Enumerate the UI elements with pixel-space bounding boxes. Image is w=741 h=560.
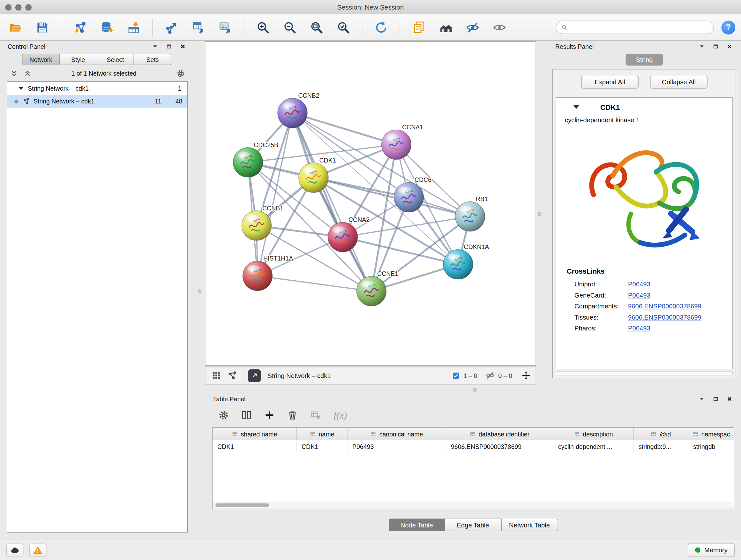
tab-style[interactable]: Style <box>60 54 97 65</box>
string-app-button[interactable] <box>226 369 239 382</box>
disclosure-triangle-icon[interactable] <box>19 87 23 90</box>
left-splitter-handle[interactable] <box>198 289 202 293</box>
column-header-canonical-name[interactable]: canonical name <box>347 428 446 440</box>
table-cell[interactable]: stringdb <box>688 440 734 453</box>
tab-select[interactable]: Select <box>97 54 134 65</box>
import-network-from-file-button[interactable] <box>71 18 90 37</box>
collapse-all-rows-button[interactable] <box>22 68 32 78</box>
hide-glass-effect-button[interactable] <box>463 18 482 37</box>
warnings-button[interactable] <box>29 543 47 557</box>
edge-CDK1-RB1[interactable] <box>314 178 470 217</box>
create-column-button[interactable] <box>263 409 276 422</box>
network-canvas[interactable]: CCNB2CCNA1CDC25BCDK1CDC6RB1CCNB1CCNA2CDK… <box>205 42 536 366</box>
tab-string[interactable]: String <box>626 54 663 66</box>
control-panel-float-button[interactable] <box>165 43 173 51</box>
apply-preferred-layout-button[interactable] <box>372 18 391 37</box>
results-panel-float-button[interactable] <box>712 43 720 51</box>
expand-all-rows-button[interactable] <box>9 68 19 78</box>
zoom-selected-button[interactable] <box>334 18 353 37</box>
delete-column-button[interactable] <box>286 409 299 422</box>
table-panel-collapse-button[interactable] <box>698 395 705 403</box>
table-horizontal-scrollbar[interactable] <box>213 502 734 508</box>
network-node-CCNA1[interactable]: CCNA1 <box>382 124 423 160</box>
column-header-shared-name[interactable]: shared name <box>212 428 297 440</box>
selected-checkbox-icon[interactable] <box>452 371 460 380</box>
column-header--id[interactable]: @id <box>634 428 688 440</box>
expand-all-button[interactable]: Expand All <box>581 76 638 89</box>
function-builder-button[interactable]: f(x) <box>334 410 347 421</box>
show-columns-button[interactable] <box>240 409 253 422</box>
save-session-button[interactable] <box>32 18 52 37</box>
export-network-button[interactable] <box>162 18 181 37</box>
edge-CCNB2-HIST1H1A[interactable] <box>258 113 293 276</box>
crosslink-pharos-link[interactable]: P06493 <box>628 325 650 332</box>
column-header-namespac[interactable]: namespac <box>688 428 734 440</box>
network-view[interactable]: CCNB2CCNA1CDC25BCDK1CDC6RB1CCNB1CCNA2CDK… <box>205 41 536 366</box>
network-node-CDC6[interactable]: CDC6 <box>394 176 432 212</box>
duplicate-page-button[interactable] <box>409 18 428 37</box>
network-node-HIST1H1A[interactable]: HIST1H1A <box>243 255 293 291</box>
disclosure-triangle-icon[interactable] <box>574 105 579 109</box>
table-panel-float-button[interactable] <box>712 395 720 403</box>
gene-header-row[interactable]: CDK1 <box>556 98 732 112</box>
network-collection-row[interactable]: String Network – cdk1 1 <box>7 82 187 95</box>
tab-network[interactable]: Network <box>22 54 60 65</box>
table-settings-button[interactable] <box>217 409 230 422</box>
results-panel-close-button[interactable] <box>726 43 733 51</box>
bottom-splitter-handle[interactable] <box>473 388 477 392</box>
table-cell[interactable]: CDK1 <box>212 440 297 453</box>
control-panel-close-button[interactable] <box>179 43 187 51</box>
edge-CCNB2-CCNE1[interactable] <box>293 113 372 291</box>
column-header-description[interactable]: description <box>553 428 634 440</box>
crosslink-tissues-link[interactable]: 9606.ENSP00000378699 <box>628 314 701 321</box>
column-header-name[interactable]: name <box>297 428 347 440</box>
table-cell[interactable]: CDK1 <box>297 440 347 453</box>
search-field[interactable] <box>556 21 714 34</box>
results-scrollbar[interactable] <box>556 371 733 376</box>
network-options-button[interactable] <box>175 68 186 78</box>
table-row[interactable]: CDK1CDK1P064939606.ENSP00000378699cyclin… <box>212 440 734 453</box>
network-node-CCNB1[interactable]: CCNB1 <box>242 205 284 241</box>
collapse-all-button[interactable]: Collapse All <box>650 76 708 89</box>
table-panel-close-button[interactable] <box>726 395 733 403</box>
crosslink-genecard-link[interactable]: P06493 <box>628 292 650 299</box>
open-session-button[interactable] <box>6 18 25 37</box>
crosslink-compartments-link[interactable]: 9606.ENSP00000378699 <box>628 303 701 310</box>
delete-table-button[interactable] <box>309 409 322 422</box>
hidden-eye-slash-icon[interactable] <box>485 371 495 380</box>
table-cell[interactable]: stringdb:9... <box>634 440 688 453</box>
open-in-string-button[interactable] <box>248 369 261 382</box>
export-image-button[interactable] <box>215 18 234 37</box>
scrollbar-thumb[interactable] <box>215 503 269 507</box>
zoom-fit-content-button[interactable] <box>307 18 326 37</box>
right-splitter-handle[interactable] <box>538 212 542 216</box>
control-panel-collapse-button[interactable] <box>151 43 159 51</box>
table-cell[interactable]: 9606.ENSP00000378699 <box>446 440 553 453</box>
cloud-status-button[interactable] <box>6 543 23 557</box>
zoom-in-button[interactable] <box>253 18 273 37</box>
tab-node-table[interactable]: Node Table <box>388 519 445 531</box>
search-input[interactable] <box>571 23 709 31</box>
tab-network-table[interactable]: Network Table <box>501 519 558 531</box>
import-network-from-database-button[interactable] <box>97 18 117 37</box>
import-table-from-file-button[interactable] <box>124 18 143 37</box>
edge-HIST1H1A-CCNE1[interactable] <box>258 276 372 291</box>
tab-edge-table[interactable]: Edge Table <box>445 519 501 531</box>
help-button[interactable]: ? <box>722 20 736 35</box>
results-panel-collapse-button[interactable] <box>698 43 705 51</box>
string-home-button[interactable] <box>436 18 455 37</box>
pan-crosshair-icon[interactable] <box>522 371 531 380</box>
tab-sets[interactable]: Sets <box>134 54 172 65</box>
export-table-button[interactable] <box>189 18 208 37</box>
network-node-RB1[interactable]: RB1 <box>455 195 488 232</box>
zoom-out-button[interactable] <box>280 18 299 37</box>
network-node-CCNB2[interactable]: CCNB2 <box>278 92 320 128</box>
network-row[interactable]: String Network – cdk1 11 48 <box>7 95 187 108</box>
show-glass-effect-button[interactable] <box>490 18 509 37</box>
column-header-database-identifier[interactable]: database identifier <box>446 428 553 440</box>
memory-button[interactable]: Memory <box>688 543 735 557</box>
table-cell[interactable]: cyclin-dependent ... <box>553 440 634 453</box>
crosslink-uniprot-link[interactable]: P06493 <box>628 281 650 288</box>
birdseye-view-button[interactable] <box>210 369 223 382</box>
edge-CCNB2-CCNA1[interactable] <box>293 113 397 145</box>
